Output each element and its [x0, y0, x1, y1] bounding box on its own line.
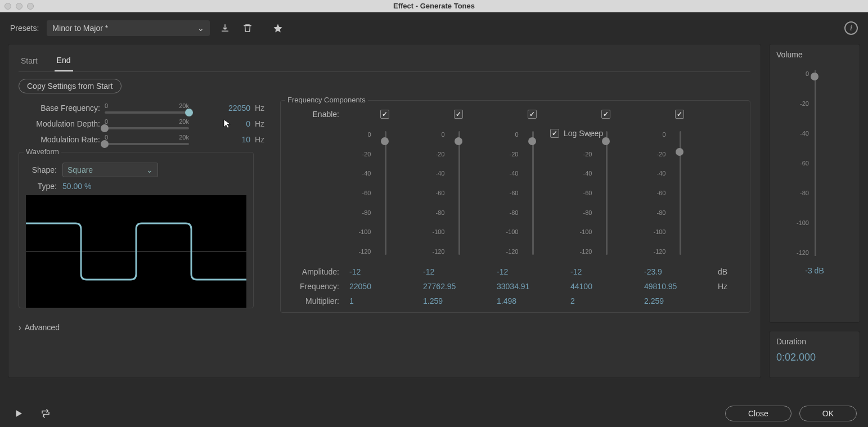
shape-dropdown[interactable]: Square ⌄ [62, 163, 158, 177]
volume-value[interactable]: -3 dB [776, 266, 853, 275]
amplitude-thumb-3[interactable] [528, 137, 536, 145]
modulation-rate-value[interactable]: 10 [219, 135, 250, 144]
multiplier-value-2[interactable]: 1.259 [423, 291, 493, 305]
amplitude-value-1[interactable]: -12 [349, 260, 420, 276]
multiplier-value-5[interactable]: 2.259 [644, 291, 714, 305]
presets-label: Presets: [10, 24, 39, 33]
base-frequency-row: Base Frequency: 020k 22050 Hz [19, 102, 269, 114]
favorite-icon[interactable] [271, 21, 285, 35]
multiplier-label: Multiplier: [290, 291, 346, 305]
volume-label: Volume [776, 50, 853, 59]
amplitude-value-3[interactable]: -12 [497, 260, 567, 276]
advanced-toggle[interactable]: › Advanced [19, 323, 750, 332]
frequency-label: Frequency: [290, 276, 346, 291]
presets-toolbar: Presets: Minor to Major * ⌄ i [0, 12, 868, 44]
frequency-components-title: Frequency Components [285, 96, 368, 104]
amplitude-label: Amplitude: [290, 260, 346, 276]
amplitude-value-4[interactable]: -12 [570, 260, 641, 276]
left-controls: Base Frequency: 020k 22050 Hz Modulation… [19, 98, 269, 313]
advanced-label: Advanced [25, 323, 60, 332]
multiplier-value-3[interactable]: 1.498 [497, 291, 567, 305]
duration-panel: Duration 0:02.000 [769, 331, 860, 378]
base-frequency-label: Base Frequency: [19, 104, 100, 113]
modulation-depth-label: Modulation Depth: [19, 119, 100, 128]
play-icon[interactable] [11, 406, 26, 421]
delete-preset-icon[interactable] [240, 21, 255, 35]
frequency-value-3[interactable]: 33034.91 [497, 276, 567, 291]
amplitude-slider-4[interactable]: 0-20-40-60-80-100-120 [595, 125, 617, 260]
frequency-value-1[interactable]: 22050 [349, 276, 420, 291]
multiplier-value-4[interactable]: 2 [570, 291, 641, 305]
modulation-depth-value[interactable]: 0 [219, 119, 250, 128]
amplitude-slider-2[interactable]: 0-20-40-60-80-100-120 [447, 125, 470, 260]
waveform-group: Waveform Shape: Square ⌄ Type: 50.00 % [19, 152, 254, 308]
base-frequency-thumb[interactable] [185, 109, 193, 116]
chevron-down-icon: ⌄ [197, 24, 204, 33]
volume-panel: Volume 0-20-40-60-80-100-120 -3 dB [769, 44, 860, 323]
modulation-depth-row: Modulation Depth: 020k 0 Hz [19, 118, 269, 129]
modulation-rate-thumb[interactable] [101, 140, 109, 148]
type-value[interactable]: 50.00 % [62, 182, 91, 191]
waveform-preview [26, 195, 246, 308]
window-title: Effect - Generate Tones [393, 2, 475, 10]
loop-icon[interactable] [38, 406, 53, 421]
amplitude-thumb-1[interactable] [381, 137, 389, 145]
modulation-depth-slider[interactable] [105, 127, 189, 129]
enable-checkbox-5[interactable] [675, 110, 684, 119]
window-titlebar: Effect - Generate Tones [0, 0, 868, 12]
modulation-rate-slider[interactable] [105, 143, 189, 145]
close-window-icon[interactable] [5, 3, 11, 10]
amplitude-slider-1[interactable]: 0-20-40-60-80-100-120 [374, 125, 396, 260]
frequency-value-4[interactable]: 44100 [570, 276, 641, 291]
tab-start[interactable]: Start [19, 53, 40, 71]
frequency-value-5[interactable]: 49810.95 [644, 276, 714, 291]
close-button[interactable]: Close [725, 406, 791, 421]
tab-end[interactable]: End [55, 52, 73, 71]
amplitude-slider-5[interactable]: 0-20-40-60-80-100-120 [668, 125, 691, 260]
modulation-rate-row: Modulation Rate: 020k 10 Hz [19, 134, 269, 145]
enable-checkbox-1[interactable] [380, 110, 389, 119]
preset-dropdown[interactable]: Minor to Major * ⌄ [47, 20, 210, 36]
amplitude-thumb-2[interactable] [455, 137, 462, 145]
main-panel: Start End Copy Settings from Start Log S… [8, 44, 761, 378]
amplitude-thumb-5[interactable] [676, 148, 683, 156]
ok-button[interactable]: OK [799, 406, 857, 421]
enable-checkbox-4[interactable] [601, 110, 610, 119]
frequency-unit: Hz [718, 276, 740, 291]
zoom-window-icon[interactable] [27, 3, 34, 10]
tab-bar: Start End [19, 52, 750, 72]
base-frequency-value[interactable]: 22050 [219, 104, 250, 113]
amplitude-thumb-4[interactable] [602, 137, 610, 145]
info-icon[interactable]: i [844, 21, 858, 35]
copy-settings-button[interactable]: Copy Settings from Start [19, 79, 122, 93]
base-frequency-slider[interactable] [105, 111, 189, 114]
amplitude-value-5[interactable]: -23.9 [644, 260, 714, 276]
minimize-window-icon[interactable] [16, 3, 23, 10]
shape-value: Square [68, 165, 93, 174]
footer: Close OK [0, 400, 868, 427]
amplitude-unit: dB [718, 260, 740, 276]
enable-checkbox-3[interactable] [528, 110, 537, 119]
chevron-down-icon: ⌄ [146, 165, 153, 174]
preset-selected-value: Minor to Major * [52, 24, 108, 33]
duration-value[interactable]: 0:02.000 [776, 352, 853, 363]
shape-label: Shape: [26, 165, 57, 174]
amplitude-slider-3[interactable]: 0-20-40-60-80-100-120 [521, 125, 543, 260]
modulation-rate-label: Modulation Rate: [19, 135, 100, 144]
multiplier-value-1[interactable]: 1 [349, 291, 420, 305]
volume-slider[interactable]: 0-20-40-60-80-100-120 [776, 65, 853, 262]
amplitude-value-2[interactable]: -12 [423, 260, 493, 276]
type-label: Type: [26, 182, 57, 191]
frequency-components-group: Frequency Components Enable: 0-20-40-60-… [280, 100, 750, 313]
waveform-group-title: Waveform [24, 147, 61, 156]
enable-checkbox-2[interactable] [454, 110, 463, 119]
enable-label: Enable: [290, 110, 346, 119]
chevron-right-icon: › [19, 323, 21, 332]
modulation-depth-thumb[interactable] [101, 124, 109, 132]
save-preset-icon[interactable] [218, 21, 232, 35]
frequency-value-2[interactable]: 27762.95 [423, 276, 493, 291]
volume-thumb[interactable] [811, 73, 818, 80]
duration-label: Duration [776, 337, 853, 346]
